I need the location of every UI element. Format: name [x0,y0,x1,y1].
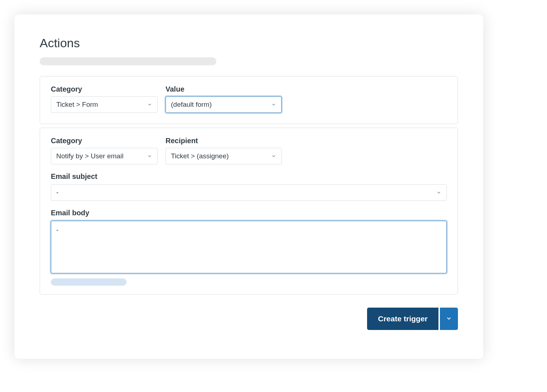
description-placeholder [40,57,216,65]
recipient-label: Recipient [166,137,282,145]
action-card-2: Category Notify by > User email Recipien… [40,128,458,295]
value-label: Value [166,85,282,93]
chevron-down-icon [147,102,152,107]
category-label: Category [51,85,158,93]
recipient-select[interactable]: Ticket > (assignee) [166,148,282,164]
actions-form-panel: Actions Category Ticket > Form Value (de… [14,14,483,359]
action-card-1: Category Ticket > Form Value (default fo… [40,76,458,124]
chevron-down-icon [436,190,441,195]
email-subject-value: - [56,189,58,197]
category-select-1-value: Ticket > Form [56,101,98,109]
chevron-down-icon [271,154,276,159]
email-body-label: Email body [51,209,447,217]
category-label: Category [51,137,158,145]
section-title: Actions [40,36,458,50]
value-select-1[interactable]: (default form) [166,96,282,113]
recipient-select-value: Ticket > (assignee) [171,152,229,160]
field-group-category-1: Category Ticket > Form [51,85,158,113]
value-select-1-value: (default form) [171,101,212,109]
chevron-down-icon [446,315,452,323]
footer-actions: Create trigger [40,308,458,330]
field-group-value-1: Value (default form) [166,85,282,113]
email-body-value: - [56,226,58,234]
category-select-2-value: Notify by > User email [56,152,123,160]
field-group-category-2: Category Notify by > User email [51,137,158,164]
field-group-recipient: Recipient Ticket > (assignee) [166,137,282,164]
email-subject-input[interactable]: - [51,184,447,201]
create-trigger-dropdown-button[interactable] [440,308,458,330]
email-subject-label: Email subject [51,172,447,181]
attachment-placeholder [51,278,127,286]
create-trigger-button[interactable]: Create trigger [367,308,438,330]
email-subject-block: Email subject - [51,172,447,201]
chevron-down-icon [147,154,152,159]
category-select-1[interactable]: Ticket > Form [51,96,158,113]
category-select-2[interactable]: Notify by > User email [51,148,158,164]
email-body-block: Email body - [51,209,447,273]
chevron-down-icon [271,102,276,107]
email-body-textarea[interactable]: - [51,221,447,273]
